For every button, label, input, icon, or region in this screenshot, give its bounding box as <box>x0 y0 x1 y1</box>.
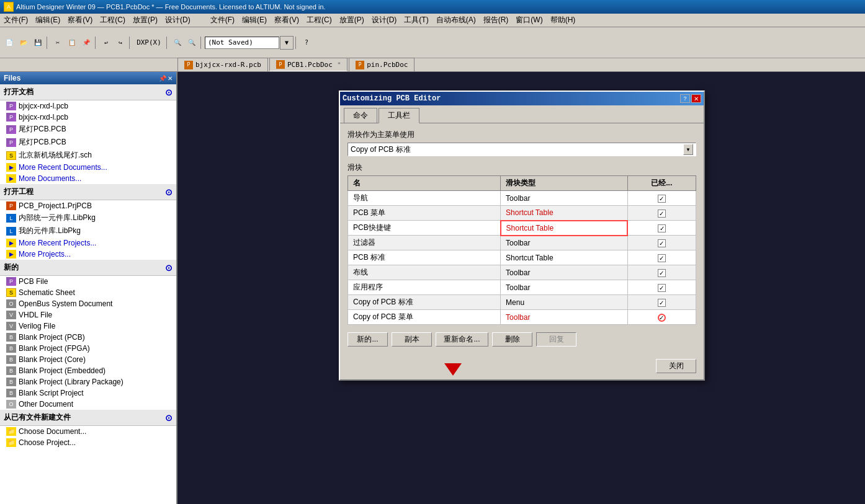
table-row[interactable]: PCB快捷键Shortcut Table✓ <box>348 221 696 236</box>
row-checkbox[interactable]: ✓ <box>658 210 666 218</box>
project-item[interactable]: L 我的元件库.LibPkg <box>0 224 176 237</box>
menu-autoroute[interactable]: 自动布线(A) <box>432 14 480 27</box>
tb-zoom-out[interactable]: 🔍 <box>185 36 199 50</box>
menu-design-right[interactable]: 设计(D) <box>368 14 401 27</box>
dialog-close-btn[interactable]: ✕ <box>691 94 701 103</box>
menu-window[interactable]: 窗口(W) <box>512 14 546 27</box>
more-recent-projects-link[interactable]: ▶ More Recent Projects... <box>0 237 176 249</box>
copy-button[interactable]: 副本 <box>392 332 432 347</box>
tb-help[interactable]: ? <box>300 36 313 50</box>
menu-help[interactable]: 帮助(H) <box>547 14 580 27</box>
row-checkbox[interactable]: ✓ <box>658 224 666 232</box>
project-item[interactable]: P PCB_Project1.PrjPCB <box>0 200 176 211</box>
table-row[interactable]: Copy of PCB 标准Menu✓ <box>348 295 696 310</box>
tb-dxp[interactable]: DXP(X) <box>133 36 164 50</box>
choose-doc-item[interactable]: 📁 Choose Document... <box>0 426 176 437</box>
new-blank-lib-item[interactable]: B Blank Project (Library Package) <box>0 376 176 387</box>
row-checkbox[interactable]: ✓ <box>658 284 666 292</box>
table-row[interactable]: PCB 菜单Shortcut Table✓ <box>348 206 696 221</box>
row-name: PCB快捷键 <box>348 221 501 236</box>
new-openbus-item[interactable]: O OpenBus System Document <box>0 298 176 309</box>
close-dialog-button[interactable]: 关闭 <box>656 359 696 373</box>
menu-report[interactable]: 报告(R) <box>480 14 513 27</box>
table-row[interactable]: Copy of PCB 菜单Toolbar✓ <box>348 310 696 325</box>
tab-bjxjcx-r[interactable]: P bjxjcx-rxd-R.pcb <box>177 58 268 71</box>
menu-place-left[interactable]: 放置(P) <box>129 14 161 27</box>
delete-button[interactable]: 删除 <box>492 332 532 347</box>
table-row[interactable]: PCB 标准Shortcut Table✓ <box>348 250 696 265</box>
more-projects-link[interactable]: ▶ More Projects... <box>0 249 176 260</box>
tb-copy[interactable]: 📋 <box>65 36 79 50</box>
more-docs-link[interactable]: ▶ More Documents... <box>0 173 176 184</box>
tb-dropdown-arrow[interactable]: ▼ <box>280 36 294 50</box>
tb-undo[interactable]: ↩ <box>99 36 113 50</box>
new-expand[interactable]: ⊙ <box>165 263 173 273</box>
saved-state-input[interactable]: (Not Saved) <box>205 37 279 49</box>
menu-view-left[interactable]: 察看(V) <box>64 14 96 27</box>
menu-project-left[interactable]: 工程(C) <box>96 14 129 27</box>
menu-file-left[interactable]: 文件(F) <box>0 14 32 27</box>
menu-project-right[interactable]: 工程(C) <box>303 14 336 27</box>
tb-zoom-in[interactable]: 🔍 <box>171 36 184 50</box>
table-row[interactable]: 应用程序Toolbar✓ <box>348 280 696 295</box>
tb-cut[interactable]: ✂ <box>51 36 65 50</box>
new-pcb-item[interactable]: P PCB File <box>0 276 176 287</box>
dialog-tab-toolbar[interactable]: 工具栏 <box>379 108 419 123</box>
tb-save[interactable]: 💾 <box>31 36 45 50</box>
new-from-existing-expand[interactable]: ⊙ <box>165 413 173 423</box>
files-pin-btn[interactable]: 📌 <box>159 75 166 82</box>
menu-edit-right[interactable]: 编辑(E) <box>238 14 271 27</box>
file-item[interactable]: P bjxjcx-rxd-l.pcb <box>0 112 176 123</box>
tb-new[interactable]: 📄 <box>2 36 16 50</box>
tab-pcb1[interactable]: P PCB1.PcbDoc * <box>269 58 347 71</box>
open-projects-expand[interactable]: ⊙ <box>165 187 173 197</box>
menu-design-left[interactable]: 设计(D) <box>161 14 194 27</box>
new-vhdl-item[interactable]: V VHDL File <box>0 309 176 321</box>
row-checkbox[interactable]: ✓ <box>658 239 666 247</box>
tb-redo[interactable]: ↪ <box>114 36 127 50</box>
tab-close-pcb1[interactable]: * <box>338 61 341 68</box>
new-verilog-item[interactable]: V Verilog File <box>0 321 176 332</box>
menu-tools[interactable]: 工具(T) <box>400 14 432 27</box>
row-checkbox[interactable]: ✓ <box>658 254 666 262</box>
new-sch-item[interactable]: S Schematic Sheet <box>0 287 176 298</box>
menu-file-right[interactable]: 文件(F) <box>207 14 238 27</box>
tb-open[interactable]: 📂 <box>17 36 30 50</box>
new-button[interactable]: 新的... <box>347 332 388 347</box>
row-checkbox[interactable]: ✓ <box>658 269 666 277</box>
new-other-item[interactable]: O Other Document <box>0 399 176 410</box>
file-item[interactable]: P bjxjcx-rxd-l.pcb <box>0 100 176 112</box>
file-item[interactable]: P 尾灯PCB.PCB <box>0 136 176 149</box>
dropdown-value: Copy of PCB 标准 <box>351 144 411 155</box>
rename-button[interactable]: 重新命名... <box>436 332 488 347</box>
reset-button[interactable]: 回复 <box>536 332 576 347</box>
menu-edit-left[interactable]: 编辑(E) <box>32 14 64 27</box>
new-blank-pcb-item[interactable]: B Blank Project (PCB) <box>0 332 176 343</box>
tab-pin[interactable]: P pin.PcbDoc <box>349 58 415 71</box>
dropdown-control[interactable]: Copy of PCB 标准 ▼ <box>347 143 696 156</box>
row-checkbox[interactable]: ✓ <box>658 195 666 203</box>
dialog-help-btn[interactable]: ? <box>680 94 690 103</box>
choose-project-item[interactable]: 📁 Choose Project... <box>0 437 176 448</box>
new-blank-emb-item[interactable]: B Blank Project (Embedded) <box>0 365 176 376</box>
table-row[interactable]: 导航Toolbar✓ <box>348 191 696 206</box>
more-recent-docs-link[interactable]: ▶ More Recent Documents... <box>0 162 176 173</box>
dialog-tab-cmd[interactable]: 命令 <box>344 108 377 123</box>
menu-view-right[interactable]: 察看(V) <box>271 14 303 27</box>
open-docs-expand[interactable]: ⊙ <box>165 87 173 97</box>
tb-paste[interactable]: 📌 <box>79 36 93 50</box>
menu-place-right[interactable]: 放置(P) <box>336 14 368 27</box>
new-blank-fpga-item[interactable]: B Blank Project (FPGA) <box>0 343 176 354</box>
new-blank-script-item[interactable]: B Blank Script Project <box>0 387 176 399</box>
row-checkbox[interactable]: ✓ <box>658 314 666 322</box>
files-close-btn[interactable]: ✕ <box>168 75 173 82</box>
table-row[interactable]: 布线Toolbar✓ <box>348 265 696 280</box>
file-item[interactable]: P 尾灯PCB.PCB <box>0 123 176 136</box>
dropdown-arrow-icon[interactable]: ▼ <box>683 144 693 155</box>
row-checkbox[interactable]: ✓ <box>658 299 666 307</box>
table-row[interactable]: 过滤器Toolbar✓ <box>348 236 696 250</box>
new-blank-core-item[interactable]: B Blank Project (Core) <box>0 354 176 365</box>
file-item[interactable]: S 北京新机场线尾灯.sch <box>0 149 176 162</box>
file-icon-pcb3: P <box>6 125 16 134</box>
project-item[interactable]: L 内部统一元件库.LibPkg <box>0 211 176 224</box>
